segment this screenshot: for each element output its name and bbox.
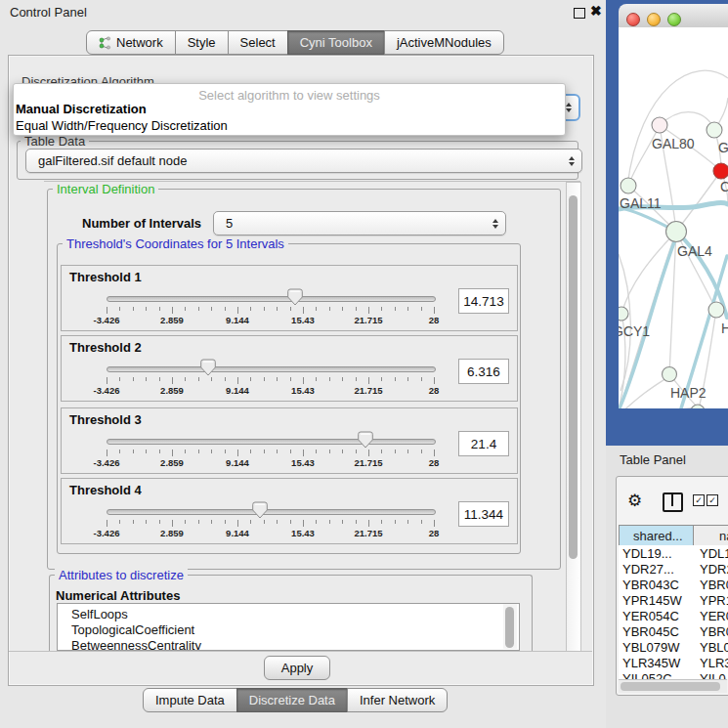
table-row[interactable]: YBL079WYBL0: [619, 639, 728, 655]
table-row[interactable]: YLR345WYLR3: [619, 655, 728, 670]
algorithm-option-manual-discretization[interactable]: Manual Discretization: [16, 102, 147, 116]
network-node[interactable]: [621, 178, 636, 193]
tick-mark: [250, 450, 251, 453]
table-data-combobox[interactable]: galFiltered.sif default node: [25, 149, 582, 173]
application-window: Control Panel ✖ NetworkStyleSelectCyni T…: [0, 0, 728, 728]
settings-scrollbar[interactable]: [566, 182, 581, 652]
table-row[interactable]: YBR045CYBR0: [619, 623, 728, 639]
apply-button[interactable]: Apply: [264, 656, 330, 680]
tick-label: 15.43: [291, 315, 315, 325]
attributes-list-scrollbar[interactable]: [503, 604, 517, 649]
slider-track[interactable]: [107, 509, 436, 515]
checkbox-icon[interactable]: ✓: [707, 494, 718, 506]
tick-mark: [277, 307, 278, 311]
tick-mark: [146, 520, 147, 524]
column-header-2[interactable]: na: [693, 525, 728, 546]
tick-label: -3.426: [94, 528, 120, 538]
attribute-item-topologicalcoefficient[interactable]: TopologicalCoefficient: [71, 622, 194, 637]
slider-handle[interactable]: [358, 431, 373, 449]
settings-scrollbar-thumb[interactable]: [569, 195, 578, 559]
close-window-icon[interactable]: [626, 13, 640, 26]
tab-cyni-toolbox[interactable]: Cyni Toolbox: [287, 30, 385, 55]
table-row[interactable]: YBR043CYBR0: [619, 577, 728, 592]
table-row[interactable]: YDL19...YDL1: [619, 545, 728, 561]
tab-network[interactable]: Network: [86, 30, 176, 55]
tick-mark: [264, 377, 265, 381]
tick-mark: [329, 307, 330, 311]
minimize-window-icon[interactable]: [647, 13, 661, 26]
table-horizontal-scrollbar[interactable]: [619, 679, 727, 693]
network-node[interactable]: [666, 222, 687, 242]
tick-mark: [342, 307, 343, 311]
threshold-value-field[interactable]: 14.713: [458, 288, 509, 314]
threshold-value-field[interactable]: 21.4: [458, 431, 509, 456]
slider-track[interactable]: [107, 439, 436, 445]
network-node[interactable]: [691, 405, 705, 408]
tab-style[interactable]: Style: [175, 30, 229, 55]
tick-mark: [356, 520, 357, 524]
tick-mark: [198, 307, 199, 311]
threshold-value-field[interactable]: 6.316: [458, 359, 509, 384]
tick-mark: [342, 377, 343, 381]
slider-handle[interactable]: [200, 359, 216, 376]
tab-select[interactable]: Select: [228, 30, 288, 55]
numerical-attributes-list[interactable]: SelfLoopsTopologicalCoefficientBetweenne…: [57, 603, 520, 651]
table-row[interactable]: YER054CYER0: [619, 608, 728, 623]
attribute-item-betweennesscentrality[interactable]: BetweennessCentrality: [71, 638, 201, 651]
network-node-label: GAL4: [677, 243, 712, 259]
gear-icon[interactable]: ⚙: [627, 491, 642, 511]
tick-mark: [407, 520, 408, 524]
control-panel-tabs: NetworkStyleSelectCyni ToolboxjActiveMNo…: [87, 30, 504, 55]
split-columns-icon[interactable]: [663, 492, 683, 512]
tab-impute-data[interactable]: Impute Data: [143, 688, 237, 712]
cell-shared-name: YER054C: [622, 609, 679, 623]
tick-label: 9.144: [226, 528, 249, 538]
threshold-value-field[interactable]: 11.344: [458, 501, 509, 527]
slider-track[interactable]: [107, 296, 436, 302]
table-data-group-label: Table Data: [21, 135, 89, 149]
slider-handle[interactable]: [287, 288, 303, 306]
network-node[interactable]: [713, 163, 728, 179]
network-node[interactable]: [663, 367, 677, 382]
tick-mark: [368, 450, 369, 456]
combobox-arrows-icon: [569, 156, 575, 166]
cell-shared-name: YDR27...: [622, 562, 674, 577]
algorithm-option-equal-width-frequency-discretization[interactable]: Equal Width/Frequency Discretization: [16, 118, 228, 133]
checkbox-icon[interactable]: ✓: [693, 494, 705, 506]
tick-mark: [368, 520, 369, 527]
tick-mark: [198, 377, 199, 381]
table-panel-title: Table Panel: [620, 452, 686, 467]
attributes-list-scrollbar-thumb[interactable]: [505, 607, 514, 648]
network-node[interactable]: [652, 117, 667, 133]
network-node[interactable]: [708, 302, 724, 318]
tick-mark: [237, 450, 238, 456]
attribute-item-selfloops[interactable]: SelfLoops: [71, 607, 128, 621]
network-window-titlebar[interactable]: [619, 4, 728, 28]
algorithm-dropdown-popup: Select algorithm to view settings Manual…: [13, 83, 566, 136]
tick-mark: [395, 520, 396, 524]
network-graph[interactable]: GAL80GACGAL11GAL4GCY1HHAP2: [619, 27, 728, 408]
tick-mark: [225, 307, 226, 311]
tick-mark: [356, 307, 357, 311]
network-node[interactable]: [619, 307, 628, 321]
network-node[interactable]: [707, 122, 722, 138]
tick-mark: [133, 377, 134, 381]
tick-label: 9.144: [226, 385, 249, 396]
tick-mark: [290, 450, 291, 453]
float-window-icon[interactable]: [574, 8, 585, 19]
tick-label: 28: [429, 528, 440, 538]
close-panel-icon[interactable]: ✖: [590, 3, 602, 19]
tab-infer-network[interactable]: Infer Network: [347, 688, 448, 712]
tick-label: 15.43: [291, 385, 315, 396]
slider-track[interactable]: [107, 366, 436, 372]
zoom-window-icon[interactable]: [667, 13, 681, 26]
tab-discretize-data[interactable]: Discretize Data: [236, 688, 348, 712]
table-scrollbar-thumb[interactable]: [621, 682, 720, 691]
algorithm-placeholder-option[interactable]: Select algorithm to view settings: [14, 88, 565, 103]
table-row[interactable]: YDR27...YDR2: [619, 561, 728, 577]
number-of-intervals-combobox[interactable]: 5: [213, 211, 506, 236]
table-row[interactable]: YPR145WYPR1: [619, 592, 728, 608]
slider-handle[interactable]: [252, 501, 268, 519]
table-row[interactable]: YIL052CYIL0: [619, 670, 728, 679]
tab-jactivemnodules[interactable]: jActiveMNodules: [384, 30, 504, 55]
